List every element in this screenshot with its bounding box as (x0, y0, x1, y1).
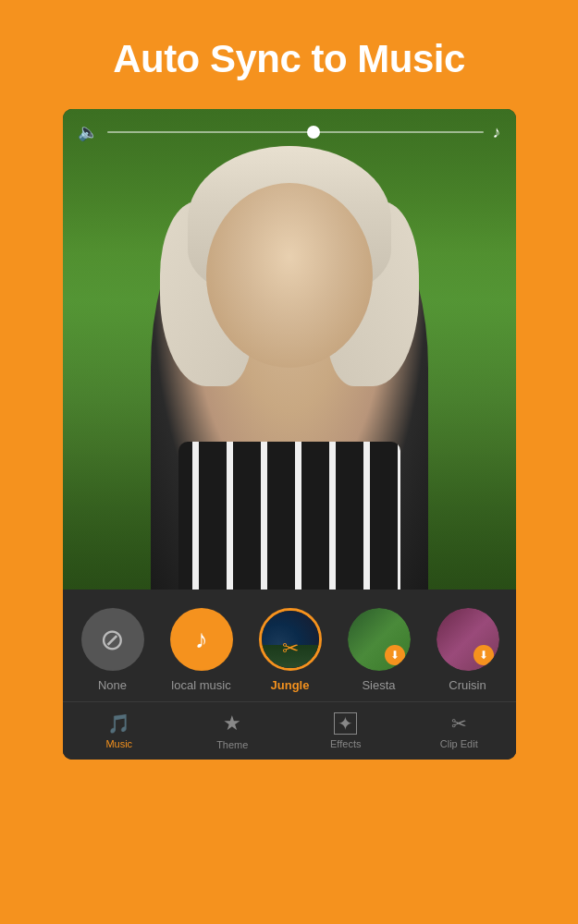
local-music-circle: ♪ (170, 608, 233, 671)
music-option-siesta[interactable]: ⬇ Siesta (338, 608, 420, 692)
cruisin-download-icon: ⬇ (473, 645, 494, 665)
clip-edit-nav-icon: ✂ (451, 712, 467, 735)
nav-item-clip-edit[interactable]: ✂ Clip Edit (402, 702, 516, 760)
clothing (178, 442, 400, 590)
cruisin-circle: ⬇ (437, 608, 499, 671)
local-music-icon: ♪ (195, 625, 208, 654)
music-nav-label: Music (105, 738, 132, 749)
siesta-download-icon: ⬇ (385, 645, 405, 665)
none-icon: ⊘ (100, 622, 125, 657)
local-music-label: local music (171, 678, 230, 692)
music-note-icon: ♪ (493, 123, 501, 142)
cruisin-label: Cruisin (449, 678, 486, 692)
theme-nav-icon: ★ (223, 711, 241, 736)
nav-item-music[interactable]: 🎵 Music (63, 702, 177, 760)
siesta-circle: ⬇ (348, 608, 411, 671)
seek-thumb (307, 126, 320, 139)
effects-nav-icon: ✦ (334, 712, 357, 735)
bottom-nav: 🎵 Music ★ Theme ✦ Effects ✂ Clip Edit (63, 701, 516, 760)
music-options-row: ⊘ None ♪ local music ✂ Jungle (63, 590, 516, 701)
cruisin-thumbnail: ⬇ (437, 608, 499, 671)
theme-nav-label: Theme (216, 739, 248, 750)
music-nav-icon: 🎵 (107, 712, 130, 735)
seek-bar[interactable] (107, 131, 484, 133)
jungle-label: Jungle (271, 678, 310, 692)
jungle-circle: ✂ (259, 608, 322, 671)
none-label: None (98, 678, 127, 692)
music-option-local[interactable]: ♪ local music (161, 608, 242, 692)
music-option-none[interactable]: ⊘ None (72, 608, 154, 692)
person-image (151, 146, 428, 590)
siesta-thumbnail: ⬇ (348, 608, 411, 671)
volume-icon[interactable]: 🔈 (78, 122, 98, 142)
face (206, 183, 373, 368)
header: Auto Sync to Music (0, 0, 578, 109)
siesta-label: Siesta (362, 678, 395, 692)
video-controls: 🔈 ♪ (63, 109, 516, 155)
jungle-scissors-icon: ✂ (282, 637, 299, 661)
bottom-panel: ⊘ None ♪ local music ✂ Jungle (63, 590, 516, 760)
effects-nav-label: Effects (330, 738, 361, 749)
none-circle: ⊘ (81, 608, 144, 671)
phone-frame: 🔈 ♪ ⊘ None ♪ local music (63, 109, 516, 760)
jungle-thumbnail: ✂ (262, 611, 319, 668)
music-option-jungle[interactable]: ✂ Jungle (250, 608, 331, 692)
clip-edit-nav-label: Clip Edit (440, 738, 478, 749)
page-title: Auto Sync to Music (28, 37, 550, 81)
video-area: 🔈 ♪ (63, 109, 516, 590)
nav-item-theme[interactable]: ★ Theme (176, 702, 289, 760)
nav-item-effects[interactable]: ✦ Effects (289, 702, 403, 760)
music-option-cruisin[interactable]: ⬇ Cruisin (427, 608, 509, 692)
